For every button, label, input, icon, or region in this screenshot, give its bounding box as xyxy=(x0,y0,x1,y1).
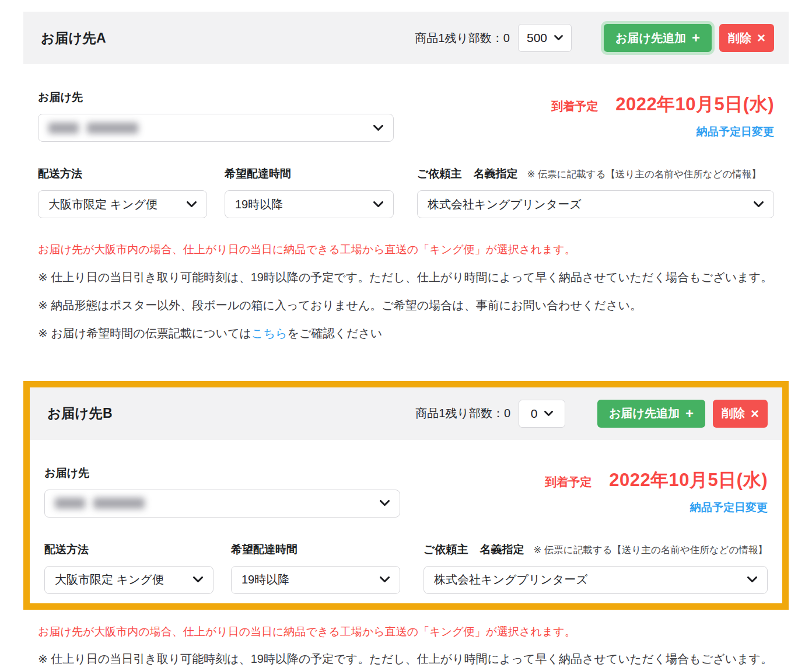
delivery-time-value: 19時以降 xyxy=(235,197,283,212)
close-icon: × xyxy=(751,407,759,421)
sender-sublabel: 名義指定 xyxy=(480,542,524,557)
arrival-label: 到着予定 xyxy=(551,99,598,114)
destination-field: お届け先 xyxy=(38,90,394,142)
sender-select[interactable]: 株式会社キングプリンターズ xyxy=(417,190,774,218)
add-destination-button[interactable]: お届け先追加 + xyxy=(604,24,712,52)
sender-sublabel: 名義指定 xyxy=(473,166,517,181)
change-delivery-date-link[interactable]: 納品予定日変更 xyxy=(696,124,774,139)
destination-select[interactable] xyxy=(38,114,394,142)
shipping-method-field: 配送方法 大阪市限定 キング便 xyxy=(44,542,214,594)
quantity-select[interactable]: 500 xyxy=(518,24,572,52)
delivery-time-select[interactable]: 19時以降 xyxy=(225,190,394,218)
close-icon: × xyxy=(757,31,765,45)
note-pickup-time: ※ 仕上り日の当日引き取り可能時刻は、19時以降の予定です。ただし、仕上がり時間… xyxy=(38,268,774,286)
shipping-method-value: 大阪市限定 キング便 xyxy=(55,572,164,588)
quantity-select[interactable]: 0 xyxy=(519,400,565,428)
remaining-count-label: 商品1残り部数：0 xyxy=(415,30,510,46)
delete-destination-label: 削除 xyxy=(722,406,745,421)
section-title: お届け先A xyxy=(41,29,106,47)
sender-value: 株式会社キングプリンターズ xyxy=(434,572,588,588)
arrival-line: 到着予定 2022年10月5日(水) xyxy=(545,468,768,492)
plus-icon: + xyxy=(685,407,694,421)
shipping-method-label: 配送方法 xyxy=(38,166,207,181)
arrival-info: 到着予定 2022年10月5日(水) 納品予定日変更 xyxy=(551,90,774,142)
chevron-down-icon xyxy=(544,411,553,417)
destination-row: お届け先 到着予定 2022年10 xyxy=(44,466,768,518)
note-slip-text-after: をご確認ください xyxy=(287,327,382,340)
add-destination-button[interactable]: お届け先追加 + xyxy=(597,400,705,428)
chevron-down-icon xyxy=(754,201,764,208)
chevron-down-icon xyxy=(747,576,757,583)
remaining-count-label: 商品1残り部数：0 xyxy=(415,406,510,421)
note-packaging: ※ 納品形態はポスター以外、段ボールの箱に入っておりません。ご希望の場合は、事前… xyxy=(38,296,774,314)
sender-field: ご依頼主 名義指定 ※ 伝票に記載する【送り主の名前や住所などの情報】 株式会社… xyxy=(424,542,768,594)
section-b-body: お届け先 到着予定 2022年10 xyxy=(30,466,782,594)
section-b-highlight-box: お届け先B 商品1残り部数：0 0 お届け先追加 + 削除 xyxy=(23,381,789,610)
chevron-down-icon xyxy=(193,576,203,583)
quantity-value: 0 xyxy=(531,407,538,421)
section-b-notes: お届け先が大阪市内の場合、仕上がり日の当日に納品できる工場から直送の「キング便」… xyxy=(23,624,789,671)
delete-destination-button[interactable]: 削除 × xyxy=(713,400,768,428)
add-destination-label: お届け先追加 xyxy=(615,30,686,46)
chevron-down-icon xyxy=(380,576,390,583)
shipping-row: 配送方法 大阪市限定 キング便 希望配達時間 19時以降 xyxy=(44,542,768,594)
shipping-row: 配送方法 大阪市限定 キング便 希望配達時間 19時以降 xyxy=(38,166,774,218)
section-b-header-controls: 商品1残り部数：0 0 お届け先追加 + 削除 × xyxy=(415,400,768,428)
destination-select[interactable] xyxy=(44,490,400,518)
quantity-value: 500 xyxy=(527,31,547,45)
delivery-time-select[interactable]: 19時以降 xyxy=(231,566,400,594)
shipping-method-select[interactable]: 大阪市限定 キング便 xyxy=(38,190,207,218)
destination-value-redacted xyxy=(48,123,138,134)
sender-value: 株式会社キングプリンターズ xyxy=(428,197,582,212)
destination-section-a: お届け先A 商品1残り部数：0 500 お届け先追加 + 削除 × xyxy=(23,12,789,343)
delivery-time-value: 19時以降 xyxy=(242,572,289,588)
chevron-down-icon xyxy=(373,201,383,208)
change-delivery-date-link[interactable]: 納品予定日変更 xyxy=(690,500,768,515)
sender-label: ご依頼主 xyxy=(417,166,461,181)
sender-field: ご依頼主 名義指定 ※ 伝票に記載する【送り主の名前や住所などの情報】 株式会社… xyxy=(417,166,774,218)
arrival-line: 到着予定 2022年10月5日(水) xyxy=(551,92,774,117)
kochira-link[interactable]: こちら xyxy=(251,327,287,340)
arrival-date: 2022年10月5日(水) xyxy=(609,468,768,492)
section-a-header: お届け先A 商品1残り部数：0 500 お届け先追加 + 削除 × xyxy=(23,12,789,64)
destination-row: お届け先 到着予定 2022年10月5日(水) xyxy=(38,90,774,142)
chevron-down-icon xyxy=(373,125,383,131)
arrival-label: 到着予定 xyxy=(545,474,592,490)
section-title: お届け先B xyxy=(47,404,113,422)
delete-destination-button[interactable]: 削除 × xyxy=(719,24,774,52)
chevron-down-icon xyxy=(554,35,563,41)
destination-field: お届け先 xyxy=(44,466,400,518)
delivery-time-label: 希望配達時間 xyxy=(231,542,400,557)
delivery-time-field: 希望配達時間 19時以降 xyxy=(231,542,400,594)
sender-note: ※ 伝票に記載する【送り主の名前や住所などの情報】 xyxy=(527,168,761,181)
chevron-down-icon xyxy=(187,201,197,208)
king-bin-warning: お届け先が大阪市内の場合、仕上がり日の当日に納品できる工場から直送の「キング便」… xyxy=(38,624,774,641)
destination-section-b: お届け先B 商品1残り部数：0 0 お届け先追加 + 削除 xyxy=(23,381,789,671)
delivery-time-field: 希望配達時間 19時以降 xyxy=(225,166,394,218)
sender-note: ※ 伝票に記載する【送り主の名前や住所などの情報】 xyxy=(533,544,767,557)
section-a-notes: お届け先が大阪市内の場合、仕上がり日の当日に納品できる工場から直送の「キング便」… xyxy=(23,242,789,343)
destination-label: お届け先 xyxy=(38,90,394,105)
plus-icon: + xyxy=(692,31,700,45)
note-slip-info: ※ お届け希望時間の伝票記載についてはこちらをご確認ください xyxy=(38,324,774,343)
destination-value-redacted xyxy=(55,498,145,509)
shipping-method-select[interactable]: 大阪市限定 キング便 xyxy=(44,566,214,594)
note-pickup-time: ※ 仕上り日の当日引き取り可能時刻は、19時以降の予定です。ただし、仕上がり時間… xyxy=(38,650,774,668)
section-b-header: お届け先B 商品1残り部数：0 0 お届け先追加 + 削除 xyxy=(30,387,782,440)
chevron-down-icon xyxy=(380,500,390,506)
shipping-method-field: 配送方法 大阪市限定 キング便 xyxy=(38,166,207,218)
sender-label-row: ご依頼主 名義指定 ※ 伝票に記載する【送り主の名前や住所などの情報】 xyxy=(417,166,774,181)
section-a-header-controls: 商品1残り部数：0 500 お届け先追加 + 削除 × xyxy=(415,24,774,52)
shipping-method-value: 大阪市限定 キング便 xyxy=(48,197,158,212)
delete-destination-label: 削除 xyxy=(728,30,751,46)
section-a-body: お届け先 到着予定 2022年10月5日(水) xyxy=(23,90,789,218)
delivery-destinations-page: お届け先A 商品1残り部数：0 500 お届け先追加 + 削除 × xyxy=(0,0,812,671)
sender-select[interactable]: 株式会社キングプリンターズ xyxy=(424,566,768,594)
shipping-method-label: 配送方法 xyxy=(44,542,214,557)
add-destination-label: お届け先追加 xyxy=(609,406,680,421)
king-bin-warning: お届け先が大阪市内の場合、仕上がり日の当日に納品できる工場から直送の「キング便」… xyxy=(38,242,774,258)
arrival-date: 2022年10月5日(水) xyxy=(615,92,774,117)
delivery-time-label: 希望配達時間 xyxy=(225,166,394,181)
destination-label: お届け先 xyxy=(44,466,400,481)
sender-label: ご依頼主 xyxy=(424,542,468,557)
